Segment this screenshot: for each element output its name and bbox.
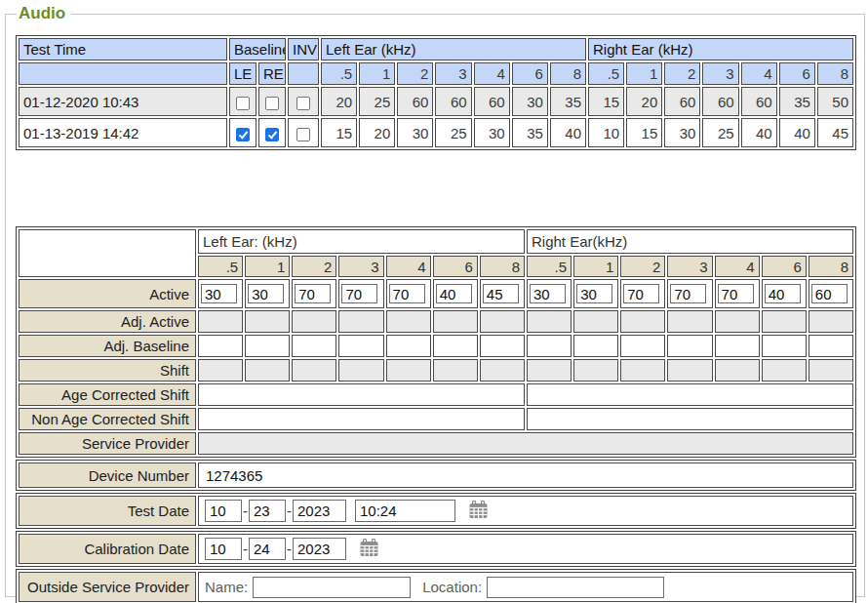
baseline-re-checkbox[interactable] [265,128,279,141]
test-time-input[interactable] [355,500,455,522]
active-threshold-input[interactable] [483,284,519,303]
calibration-month-input[interactable] [205,538,242,560]
baseline-re-checkbox[interactable] [265,97,279,110]
freq-header-cell: 3 [435,62,471,85]
adj-active-cell [338,310,383,333]
shift-cell [762,359,807,382]
subheader-empty [19,62,227,85]
freq-tick-cell: 3 [667,256,712,277]
threshold-cell: 25 [435,118,471,147]
history-row: 01-13-2019 14:42 15 20 30 25 30 35 40 10… [19,118,853,147]
active-cell [198,279,243,308]
osp-location-input[interactable] [487,577,664,598]
date-separator: - [287,541,292,557]
freq-tick-cell: .5 [198,256,243,277]
age-corrected-shift-right-cell [527,383,853,406]
history-row: 01-12-2020 10:43 20 25 60 60 60 30 35 15… [19,87,853,116]
baseline-le-checkbox[interactable] [236,97,250,110]
col-header-test-time: Test Time [19,38,227,60]
adj-active-row: Adj. Active [19,310,853,333]
adj-baseline-cell [620,335,665,357]
row-label-adj-active: Adj. Active [19,310,196,333]
threshold-cell: 60 [435,87,471,116]
row-label-adj-baseline: Adj. Baseline [19,335,196,357]
inv-cell [288,87,319,116]
active-threshold-input[interactable] [201,284,237,303]
active-threshold-input[interactable] [248,284,284,303]
test-time-cell: 01-13-2019 14:42 [19,118,227,147]
threshold-cell: 60 [664,87,700,116]
calibration-day-input[interactable] [249,538,286,560]
test-date-row: Test Date -- [16,493,856,529]
freq-header-cell: 1 [359,62,395,85]
freq-header-cell: 1 [626,62,662,85]
inv-cell [288,118,319,147]
shift-cell [527,359,572,382]
freq-header-cell: .5 [321,62,357,85]
shift-cell [198,359,243,382]
history-header-row: Test Time Baseline INV Left Ear (kHz) Ri… [19,38,853,60]
date-separator: - [287,502,292,519]
active-threshold-input[interactable] [576,284,612,303]
detail-ear-header-row: Left Ear: (kHz) Right Ear(kHz) [19,229,853,254]
audio-section-title: Audio [17,4,71,23]
audiogram-history-table: Test Time Baseline INV Left Ear (kHz) Ri… [16,35,856,150]
adj-baseline-cell [762,335,807,357]
threshold-cell: 60 [702,87,738,116]
active-threshold-input[interactable] [811,284,848,303]
adj-baseline-row: Adj. Baseline [19,335,853,357]
row-label-service-provider: Service Provider [19,432,196,455]
baseline-re-cell [258,118,286,147]
threshold-cell: 35 [512,118,548,147]
active-threshold-input[interactable] [718,284,754,303]
row-label-age-corrected-shift: Age Corrected Shift [19,383,196,406]
shift-cell [573,359,618,382]
inv-checkbox[interactable] [296,128,310,141]
active-threshold-input[interactable] [295,284,331,303]
active-threshold-input[interactable] [670,284,706,303]
inv-checkbox[interactable] [296,97,310,110]
device-number-row: Device Number 1274365 [16,460,856,491]
threshold-cell: 30 [397,118,433,147]
active-threshold-input[interactable] [623,284,659,303]
calendar-icon[interactable] [468,500,489,523]
freq-header-cell: 6 [779,62,815,85]
threshold-cell: 30 [664,118,700,147]
active-threshold-input[interactable] [530,284,566,303]
test-date-month-input[interactable] [205,500,242,522]
threshold-cell: 10 [588,118,624,147]
freq-tick-cell: .5 [527,256,572,277]
shift-cell [667,359,712,382]
calibration-year-input[interactable] [293,538,346,560]
freq-tick-cell: 8 [809,256,853,277]
outside-service-provider-row: Outside Service Provider Name:Location: [16,569,856,603]
calendar-icon[interactable] [359,538,379,561]
test-date-day-input[interactable] [249,500,286,522]
freq-header-cell: 6 [512,62,548,85]
adj-baseline-cell [715,335,760,357]
test-date-year-input[interactable] [293,500,346,522]
threshold-cell: 30 [474,118,510,147]
active-threshold-input[interactable] [765,284,801,303]
freq-tick-cell: 8 [480,256,525,277]
detail-right-ear-header: Right Ear(kHz) [527,229,853,254]
osp-location-label: Location: [422,579,482,595]
baseline-le-checkbox[interactable] [236,128,250,141]
threshold-cell: 20 [359,118,395,147]
active-cell [433,279,478,308]
test-date-label: Test Date [19,496,196,526]
adj-active-cell [245,310,290,333]
device-number-value: 1274365 [198,462,853,488]
audio-fieldset: Audio Test Time Baseline INV Left Ear (k… [5,4,865,597]
active-threshold-input[interactable] [341,284,377,303]
subheader-le: LE [229,62,256,85]
freq-header-cell: 8 [817,62,853,85]
non-age-corrected-shift-row: Non Age Corrected Shift [19,408,853,430]
active-threshold-input[interactable] [389,284,425,303]
osp-name-input[interactable] [253,577,411,598]
adj-active-cell [292,310,336,333]
threshold-cell: 35 [779,87,815,116]
active-threshold-input[interactable] [436,284,472,303]
adj-active-cell [762,310,807,333]
non-age-corrected-shift-left-cell [198,408,525,430]
